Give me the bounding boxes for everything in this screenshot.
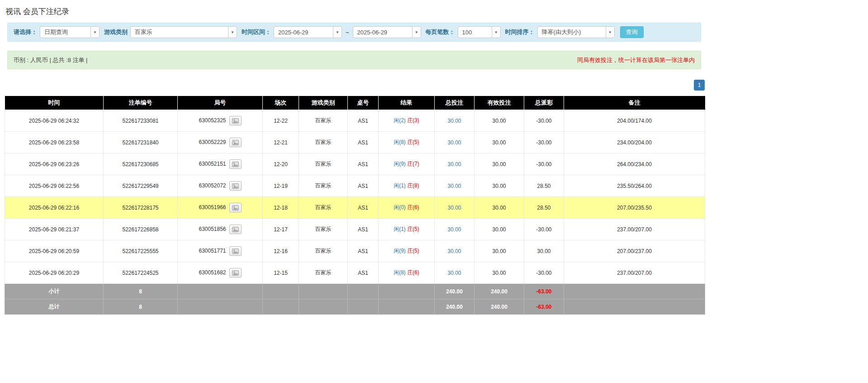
summary-bar: 币别 : 人民币 | 总共 :8 注单 | 同局有效投注，统一计算在该局第一张注… xyxy=(7,51,701,69)
cell-game-type: 百家乐 xyxy=(299,175,348,197)
result-banker: 庄(5) xyxy=(407,226,419,232)
sort-select[interactable]: 降幂(由大到小) ▼ xyxy=(537,26,615,38)
cell-round: 630052229 xyxy=(178,132,263,153)
sort-value: 降幂(由大到小) xyxy=(538,27,606,38)
cell-round: 630051856 xyxy=(178,219,263,240)
cell-game-type: 百家乐 xyxy=(299,240,348,262)
replay-icon-button[interactable] xyxy=(229,246,242,256)
cell-valid-bet: 30.00 xyxy=(474,110,524,132)
cell-payout: -30.00 xyxy=(524,262,564,284)
cell-table-no: AS1 xyxy=(348,175,379,197)
cell-table-no: AS1 xyxy=(348,153,379,175)
cell-note: 237.00/207.00 xyxy=(564,262,705,284)
cell-result: 闲(9) 庄(7) xyxy=(379,153,435,175)
cell-time: 2025-06-29 06:22:56 xyxy=(5,175,104,197)
game-type-select[interactable]: 百家乐 ▼ xyxy=(130,26,237,38)
cell-game-type: 百家乐 xyxy=(299,110,348,132)
cell-session: 12-18 xyxy=(263,197,299,219)
total-bet-link[interactable]: 30.00 xyxy=(447,205,461,211)
currency-summary-text: 币别 : 人民币 | 总共 :8 注单 | xyxy=(14,56,88,64)
total-bet-link[interactable]: 30.00 xyxy=(447,248,461,254)
date-to-value: 2025-06-29 xyxy=(353,27,412,38)
cell-time: 2025-06-29 06:20:59 xyxy=(5,240,104,262)
date-range-separator: ~ xyxy=(345,29,350,36)
replay-icon-button[interactable] xyxy=(229,116,242,125)
cell-bet-id: 522617233081 xyxy=(104,110,178,132)
result-player: 闲(8) xyxy=(394,269,406,276)
page-size-value: 100 xyxy=(458,27,492,38)
cell-game-type: 百家乐 xyxy=(299,262,348,284)
subtotal-count: 8 xyxy=(104,284,178,299)
round-number: 630052072 xyxy=(199,182,226,189)
replay-icon-button[interactable] xyxy=(229,181,242,191)
date-from-value: 2025-06-29 xyxy=(274,27,333,38)
chevron-down-icon: ▼ xyxy=(333,27,342,38)
total-bet-link[interactable]: 30.00 xyxy=(447,139,461,146)
cell-note: 207.00/235.50 xyxy=(564,197,705,219)
cell-round: 630051771 xyxy=(178,240,263,262)
cell-round: 630052072 xyxy=(178,175,263,197)
cell-bet-id: 522617230685 xyxy=(104,153,178,175)
cell-payout: 28.50 xyxy=(524,197,564,219)
replay-image-icon xyxy=(232,162,239,167)
replay-icon-button[interactable] xyxy=(229,225,242,234)
replay-image-icon xyxy=(232,249,239,254)
cell-time: 2025-06-29 06:21:37 xyxy=(5,219,104,240)
total-row: 总计 8 240.00 240.00 -63.00 xyxy=(5,299,705,315)
total-bet-link[interactable]: 30.00 xyxy=(447,183,461,189)
total-bet-link[interactable]: 30.00 xyxy=(447,270,461,276)
table-body: 2025-06-29 06:24:32522617233081630052325… xyxy=(5,110,705,284)
result-banker: 庄(8) xyxy=(407,182,419,189)
chevron-down-icon: ▼ xyxy=(606,27,614,38)
total-total-bet: 240.00 xyxy=(435,299,474,315)
date-to-input[interactable]: 2025-06-29 ▼ xyxy=(353,26,421,38)
date-from-input[interactable]: 2025-06-29 ▼ xyxy=(274,26,342,38)
date-mode-select[interactable]: 日期查询 ▼ xyxy=(40,26,100,38)
table-row: 2025-06-29 06:23:58522617231840630052229… xyxy=(5,132,705,153)
page-size-select[interactable]: 100 ▼ xyxy=(458,26,501,38)
total-count: 8 xyxy=(104,299,178,315)
cell-game-type: 百家乐 xyxy=(299,132,348,153)
table-row: 2025-06-29 06:20:59522617225555630051771… xyxy=(5,240,705,262)
replay-icon-button[interactable] xyxy=(229,203,242,212)
cell-note: 207.00/237.00 xyxy=(564,240,705,262)
cell-result: 闲(2) 庄(3) xyxy=(379,110,435,132)
cell-bet-id: 522617228175 xyxy=(104,197,178,219)
column-header: 注单编号 xyxy=(104,96,178,110)
cell-note: 237.00/207.00 xyxy=(564,219,705,240)
replay-icon-button[interactable] xyxy=(229,138,242,147)
cell-bet-id: 522617226858 xyxy=(104,219,178,240)
round-number: 630051856 xyxy=(199,226,226,232)
cell-payout: -30.00 xyxy=(524,132,564,153)
subtotal-label: 小计 xyxy=(5,284,104,299)
total-bet-link[interactable]: 30.00 xyxy=(447,161,461,168)
cell-total-bet: 30.00 xyxy=(435,219,474,240)
cell-time: 2025-06-29 06:23:26 xyxy=(5,153,104,175)
total-payout: -63.00 xyxy=(524,299,564,315)
filter-bar: 请选择： 日期查询 ▼ 游戏类别 百家乐 ▼ 时间区间： 2025-06-29 … xyxy=(7,23,701,42)
subtotal-total-bet: 240.00 xyxy=(435,284,474,299)
result-player: 闲(1) xyxy=(394,226,406,232)
table-row: 2025-06-29 06:23:26522617230685630052151… xyxy=(5,153,705,175)
replay-icon-button[interactable] xyxy=(229,159,242,169)
result-player: 闲(8) xyxy=(394,139,406,145)
cell-round: 630052325 xyxy=(178,110,263,132)
column-header: 局号 xyxy=(178,96,263,110)
cell-valid-bet: 30.00 xyxy=(474,132,524,153)
total-bet-link[interactable]: 30.00 xyxy=(447,118,461,124)
cell-time: 2025-06-29 06:24:32 xyxy=(5,110,104,132)
cell-round: 630051966 xyxy=(178,197,263,219)
replay-icon-button[interactable] xyxy=(229,268,242,278)
table-row: 2025-06-29 06:24:32522617233081630052325… xyxy=(5,110,705,132)
cell-payout: -30.00 xyxy=(524,219,564,240)
cell-session: 12-17 xyxy=(263,219,299,240)
cell-time: 2025-06-29 06:20:29 xyxy=(5,262,104,284)
subtotal-row: 小计 8 240.00 240.00 -63.00 xyxy=(5,284,705,299)
result-banker: 庄(3) xyxy=(407,117,419,124)
replay-image-icon xyxy=(232,270,239,276)
page-button-1[interactable]: 1 xyxy=(694,80,705,91)
total-bet-link[interactable]: 30.00 xyxy=(447,226,461,233)
search-button[interactable]: 查询 xyxy=(620,26,644,38)
cell-valid-bet: 30.00 xyxy=(474,240,524,262)
result-player: 闲(9) xyxy=(394,161,406,167)
